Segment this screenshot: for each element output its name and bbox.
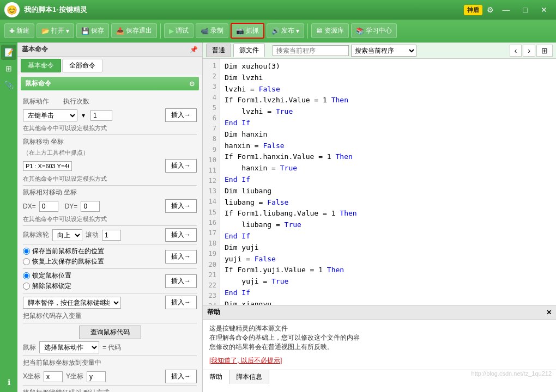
code-line: liubang = False: [225, 197, 552, 209]
debug-button[interactable]: ▶ 调试: [164, 23, 194, 38]
divider6: [23, 293, 197, 293]
pin-icon[interactable]: 📌: [190, 46, 198, 53]
new-button[interactable]: ✚ 新建: [4, 23, 34, 38]
action-code-select[interactable]: 选择鼠标动作: [39, 341, 99, 353]
coord-input[interactable]: [23, 161, 72, 171]
open-button[interactable]: 📂 打开 ▾: [37, 23, 74, 38]
record-button[interactable]: 📹 录制: [196, 23, 228, 38]
shield-badge: 神盾: [464, 5, 482, 15]
radio-unlock-input[interactable]: [23, 283, 30, 290]
save-restore-group: 保存当前鼠标所在的位置 恢复上次保存的鼠标位置: [23, 247, 162, 266]
insert-savepos-button[interactable]: 插入→: [165, 250, 197, 264]
insert-pause-button[interactable]: 插入→: [165, 296, 197, 309]
editor-search: 搜索当前程序: [273, 45, 507, 57]
program-select[interactable]: 搜索当前程序: [351, 45, 416, 57]
minimize-button[interactable]: —: [498, 4, 515, 15]
insert-lock-button[interactable]: 插入→: [165, 274, 197, 288]
insert-scroll-button[interactable]: 插入→: [165, 228, 197, 242]
editor-nav: ‹ › ⊞: [510, 45, 553, 57]
basic-commands-tab[interactable]: 基本命令: [21, 59, 61, 72]
nav-next-button[interactable]: ›: [523, 45, 535, 57]
exec-count-input[interactable]: [90, 110, 112, 121]
radio-restore-input[interactable]: [23, 258, 30, 265]
settings-icon[interactable]: ⚙: [487, 5, 494, 14]
pause-select[interactable]: 脚本暂停，按任意鼠标键继续: [23, 297, 121, 309]
divider8: [23, 356, 197, 356]
code-line: hanxin = False: [225, 140, 552, 152]
x-var-input[interactable]: [44, 371, 63, 382]
help-tabs: 帮助 脚本信息 http://blog.csdn.net/tz_1qu212: [203, 370, 556, 384]
save-exit-icon: 📥: [116, 27, 124, 35]
code-line: End If: [225, 118, 552, 129]
debug-icon: ▶: [169, 27, 174, 35]
mouse-action-select[interactable]: 左键单击 左键双击 右键单击: [23, 109, 77, 121]
code-content[interactable]: Dim xuzhou(3)Dim lvzhilvzhi = FalseIf Fo…: [220, 59, 556, 305]
publish-button[interactable]: 🔊 发布 ▾: [267, 23, 304, 38]
pause-row: 脚本暂停，按任意鼠标键继续 插入→: [23, 296, 197, 309]
help-panel: 帮助 ✕ 这是按键精灵的脚本源文件 在理解各命令的基础上，您可以修改这个文件的内…: [203, 305, 556, 392]
help-title: 帮助: [207, 308, 220, 317]
code-line: hanxin = True: [225, 163, 552, 174]
nav-prev-button[interactable]: ‹: [510, 45, 522, 57]
radio-save-input[interactable]: [23, 248, 30, 255]
save-button[interactable]: 💾 保存: [76, 23, 109, 38]
divider4: [23, 244, 197, 244]
right-panel: 普通 源文件 搜索当前程序 ‹ › ⊞ 12345678910111213141…: [203, 42, 556, 392]
mouse-action-row: 鼠标动作 执行次数: [23, 97, 197, 106]
help-tab1[interactable]: 帮助: [203, 370, 229, 384]
radio-lock: 锁定鼠标位置: [23, 271, 162, 280]
divider7: [23, 323, 197, 323]
close-button[interactable]: ✕: [536, 4, 552, 15]
code-line: End If: [225, 231, 552, 242]
code-area[interactable]: 1234567891011121314151617181920212223242…: [203, 59, 556, 305]
insert-move-button[interactable]: 插入→: [165, 159, 197, 173]
code-line: If Form1.yuji.Value = 1 Then: [225, 265, 552, 276]
query-button[interactable]: 查询鼠标代码: [79, 326, 141, 339]
dx-input[interactable]: [39, 201, 58, 212]
normal-tab[interactable]: 普通: [206, 44, 231, 57]
search-input[interactable]: [273, 45, 349, 56]
capture-button[interactable]: 📷 抓抓: [231, 23, 264, 39]
separator2: [307, 23, 308, 39]
save-exit-button[interactable]: 📥 保存退出: [111, 23, 157, 38]
dy-input[interactable]: [81, 201, 100, 212]
insert-rel-button[interactable]: 插入→: [165, 199, 197, 213]
code-line: If Form1.hanxin.Value = 1 Then: [225, 151, 552, 163]
sidebar-ui-icon[interactable]: ⊞: [1, 61, 16, 76]
radio-unlock: 解除鼠标锁定: [23, 281, 162, 291]
sidebar-script-icon[interactable]: 📝: [1, 45, 16, 60]
mouse-move-row: 鼠标移动 坐标: [23, 137, 197, 146]
scroll-direction-select[interactable]: 向上 向下: [52, 229, 82, 241]
code-line: If Form1.lvzhi.Value = 1 Then: [225, 95, 552, 106]
help-close-button[interactable]: ✕: [546, 309, 552, 316]
sidebar-props-icon[interactable]: ℹ: [1, 375, 16, 390]
toolbar: ✚ 新建 📂 打开 ▾ 💾 保存 📥 保存退出 ▶ 调试 📹 录制 📷 抓抓 🔊…: [0, 20, 556, 42]
maximize-button[interactable]: □: [519, 4, 532, 15]
learn-button[interactable]: 📚 学习中心: [351, 23, 397, 38]
all-commands-tab[interactable]: 全部命令: [62, 59, 102, 72]
scroll-count-input[interactable]: [102, 230, 121, 241]
help-tab2[interactable]: 脚本信息: [229, 370, 269, 384]
line-numbers: 1234567891011121314151617181920212223242…: [203, 59, 220, 305]
divider2: [23, 185, 197, 186]
code-line: Dim xuzhou(3): [225, 61, 552, 72]
info2: 在其他命令中可以设定模拟方式: [23, 175, 197, 183]
help-dismiss-link[interactable]: [我知道了, 以后不必提示]: [209, 356, 549, 365]
source-tab[interactable]: 源文件: [233, 44, 265, 57]
help-header: 帮助 ✕: [203, 305, 556, 320]
code-line: yuji = False: [225, 254, 552, 265]
sidebar-attach-icon[interactable]: 📎: [1, 77, 16, 93]
open-dropdown-icon: ▾: [66, 27, 69, 35]
collapse-icon[interactable]: ⊙: [189, 80, 195, 88]
action-code-row: 鼠标 选择鼠标动作 = 代码: [23, 341, 197, 353]
insert-coord-button[interactable]: 插入→: [165, 370, 197, 383]
mouse-section-content: 鼠标动作 执行次数 左键单击 左键双击 右键单击 ▾ 插入→ 在其他命令中可以设…: [21, 93, 199, 392]
learn-icon: 📚: [356, 27, 364, 35]
radio-lock-input[interactable]: [23, 272, 30, 279]
open-icon: 📂: [41, 27, 50, 35]
resource-button[interactable]: 🏛 资源库: [311, 23, 349, 38]
grid-button[interactable]: ⊞: [536, 45, 553, 57]
mouse-action-input-row: 左键单击 左键双击 右键单击 ▾ 插入→: [23, 108, 197, 122]
y-var-input[interactable]: [87, 371, 106, 382]
insert-mouse-button[interactable]: 插入→: [165, 108, 197, 122]
